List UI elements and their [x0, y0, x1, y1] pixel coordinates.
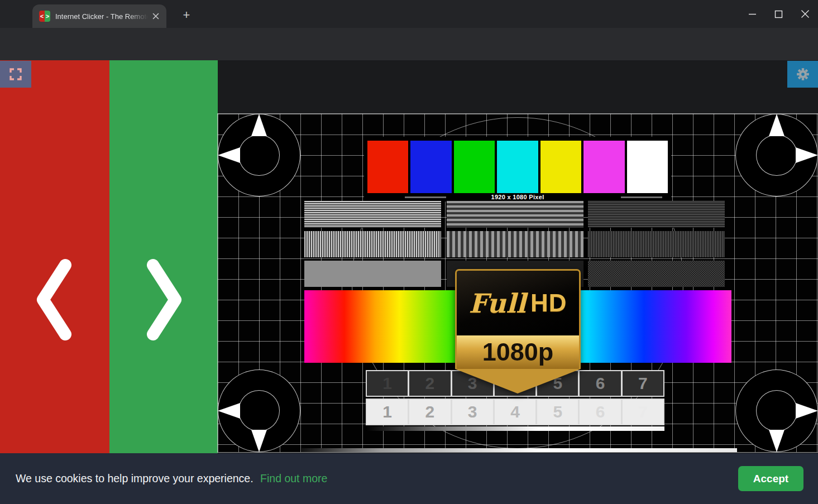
- window-controls: [739, 0, 818, 28]
- rainbow-gradient-bar: [304, 290, 458, 363]
- fullscreen-icon: [9, 68, 22, 81]
- settings-button[interactable]: [787, 61, 818, 88]
- resolution-block: [588, 231, 725, 257]
- cookie-banner: We use cookies to help improve your expe…: [0, 453, 818, 504]
- page-content: 1920 x 1080 Pixel 12 34 56 7: [0, 60, 818, 504]
- browser-window: < > Internet Clicker - The Remote P +: [0, 0, 818, 504]
- corner-ring-inner: [756, 390, 797, 431]
- resolution-block: [304, 201, 441, 228]
- colorbar: [497, 141, 538, 193]
- site-favicon-icon: < >: [39, 11, 50, 22]
- favicon-left-half: <: [39, 11, 45, 22]
- tab-title: Internet Clicker - The Remote P: [55, 12, 151, 21]
- cookie-message: We use cookies to help improve your expe…: [16, 472, 253, 484]
- full-hd-logo: Full HD 1080p: [455, 269, 581, 393]
- browser-tab[interactable]: < > Internet Clicker - The Remote P: [32, 4, 166, 28]
- logo-bold-text: HD: [530, 289, 567, 317]
- grayscale-ramp: [366, 426, 664, 431]
- resolution-block: [447, 231, 583, 257]
- resolution-block: [588, 201, 725, 228]
- colorbar: [454, 141, 495, 193]
- edge-marker-triangle: [769, 430, 784, 452]
- cookie-link[interactable]: Find out more: [260, 472, 327, 484]
- edge-marker-triangle: [251, 114, 267, 136]
- resolution-block: [304, 261, 441, 287]
- edge-marker-triangle: [251, 430, 267, 452]
- colorbar: [627, 141, 668, 193]
- logo-script-text: Full: [469, 288, 526, 319]
- tab-close-icon[interactable]: [151, 11, 161, 21]
- fine-print: [621, 196, 662, 198]
- corner-ring-inner: [756, 135, 797, 176]
- resolution-block: [304, 231, 441, 257]
- browser-toolbar: internetclicker.com/?code=test1234 Guest: [0, 28, 818, 60]
- maximize-button[interactable]: [766, 0, 792, 28]
- close-window-button[interactable]: [792, 0, 818, 28]
- corner-ring-inner: [238, 135, 280, 176]
- grayscale-strip: [302, 448, 737, 452]
- blue-magenta-gradient-bar: [581, 290, 731, 363]
- favicon-right-half: >: [45, 11, 50, 22]
- tab-bar: < > Internet Clicker - The Remote P +: [0, 0, 818, 28]
- test-pattern-video: 1920 x 1080 Pixel 12 34 56 7: [218, 114, 818, 452]
- fullscreen-button[interactable]: [0, 61, 31, 88]
- logo-badge-text: 1080p: [482, 338, 554, 367]
- white-number-row: 12 34 56 7: [366, 399, 664, 425]
- minimize-button[interactable]: [739, 0, 766, 28]
- resolution-block: [447, 201, 583, 228]
- colorbar: [410, 141, 451, 193]
- colorbar-block: 1920 x 1080 Pixel: [364, 137, 671, 201]
- corner-ring-inner: [238, 390, 280, 431]
- new-tab-button[interactable]: +: [179, 7, 194, 23]
- edge-marker-triangle: [218, 403, 240, 419]
- edge-marker-triangle: [796, 403, 818, 419]
- colorbar: [540, 141, 581, 193]
- chevron-right-icon: [138, 258, 189, 342]
- colorbar: [367, 141, 408, 193]
- accept-cookies-button[interactable]: Accept: [738, 466, 803, 491]
- shield-tip: [455, 369, 581, 393]
- edge-marker-triangle: [769, 114, 784, 136]
- edge-marker-triangle: [796, 147, 818, 163]
- edge-marker-triangle: [218, 147, 240, 163]
- resolution-block: [588, 261, 725, 287]
- colorbar: [583, 141, 624, 193]
- chevron-left-icon: [30, 258, 80, 342]
- gear-icon: [796, 67, 810, 81]
